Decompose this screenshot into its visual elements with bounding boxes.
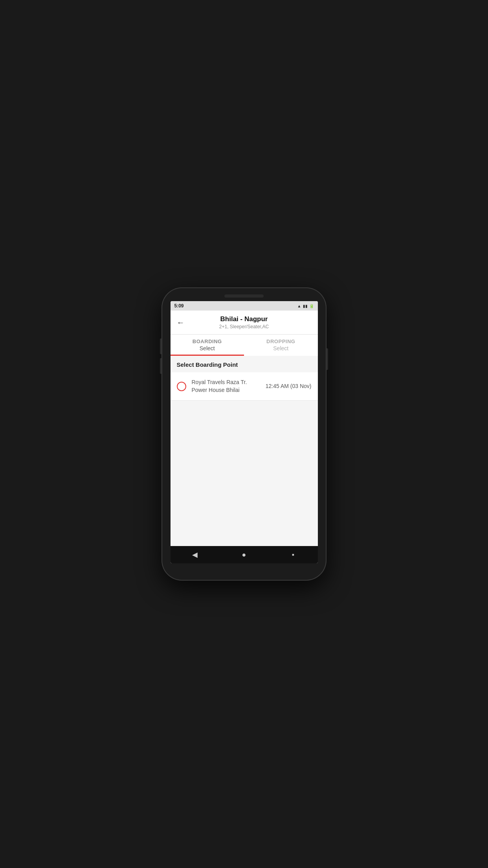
nav-home-button[interactable]: ●	[234, 549, 254, 561]
app-header: ← Bhilai - Nagpur 2+1, Sleeper/Seater,AC	[171, 311, 318, 335]
vol-up-button	[160, 338, 161, 354]
wifi-icon: ▲	[297, 304, 301, 308]
header-title-group: Bhilai - Nagpur 2+1, Sleeper/Seater,AC	[219, 315, 269, 329]
section-header: Select Boarding Point	[171, 356, 318, 372]
section-heading: Select Boarding Point	[177, 361, 238, 368]
phone-frame: 5:09 ▲ ▮▮ 🔋 ← Bhilai - Nagpur 2+1, Sleep…	[161, 287, 327, 581]
nav-recent-button[interactable]: ▪	[283, 549, 303, 561]
battery-icon: 🔋	[309, 304, 314, 308]
content-area: Select Boarding Point Royal Travels Raza…	[171, 356, 318, 546]
boarding-tab-label: BOARDING	[193, 338, 222, 344]
route-title: Bhilai - Nagpur	[219, 315, 269, 323]
boarding-point-name: Royal Travels Raza Tr. Power House Bhila…	[192, 379, 247, 393]
boarding-tab-value: Select	[200, 345, 215, 351]
bus-details: 2+1, Sleeper/Seater,AC	[219, 324, 269, 329]
dropping-tab-label: DROPPING	[266, 338, 295, 344]
tab-boarding[interactable]: BOARDING Select	[171, 335, 244, 356]
status-icons: ▲ ▮▮ 🔋	[297, 304, 314, 308]
boarding-point-info: Royal Travels Raza Tr. Power House Bhila…	[192, 379, 262, 394]
radio-button[interactable]	[177, 382, 186, 391]
boarding-point-item[interactable]: Royal Travels Raza Tr. Power House Bhila…	[171, 372, 318, 401]
boarding-point-time: 12:45 AM (03 Nov)	[266, 383, 312, 390]
dropping-tab-value: Select	[273, 345, 288, 351]
status-time: 5:09	[174, 303, 184, 309]
nav-back-button[interactable]: ◀	[185, 549, 205, 561]
status-bar: 5:09 ▲ ▮▮ 🔋	[171, 301, 318, 311]
boarding-points-list: Royal Travels Raza Tr. Power House Bhila…	[171, 372, 318, 401]
signal-icon: ▮▮	[303, 304, 308, 308]
bottom-navigation: ◀ ● ▪	[171, 546, 318, 563]
back-button[interactable]: ←	[177, 318, 185, 327]
screen: 5:09 ▲ ▮▮ 🔋 ← Bhilai - Nagpur 2+1, Sleep…	[171, 301, 318, 563]
tab-bar: BOARDING Select DROPPING Select	[171, 335, 318, 356]
vol-down-button	[160, 358, 161, 374]
power-button	[327, 348, 328, 370]
tab-dropping[interactable]: DROPPING Select	[244, 335, 318, 356]
